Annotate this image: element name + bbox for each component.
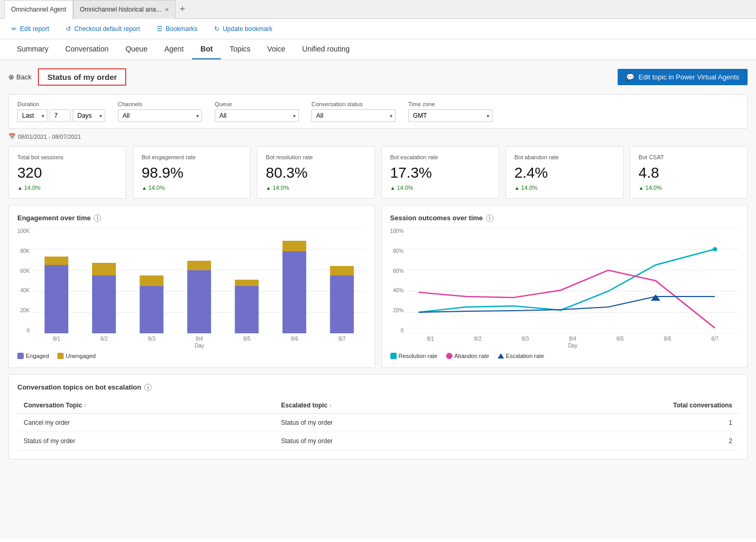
tab-add-button[interactable]: +: [176, 4, 190, 15]
session-outcomes-legend: Resolution rate Abandon rate Escalation …: [390, 353, 739, 359]
engagement-info-icon[interactable]: i: [94, 214, 101, 222]
bar-unengaged-2: [140, 275, 164, 286]
abandon-line: [419, 270, 715, 328]
queue-label: Queue: [215, 101, 299, 107]
duration-unit-select[interactable]: Days: [73, 109, 105, 122]
conv-status-select[interactable]: All: [311, 109, 396, 122]
sort-topic-icon[interactable]: ↑: [84, 403, 86, 408]
table-header: Conversation Topic ↑ Escalated topic ↑ T…: [17, 397, 739, 414]
queue-filter: Queue All: [215, 101, 299, 122]
header-row: ⊕ Back Status of my order 💬 Edit topic i…: [8, 68, 748, 86]
table-row: Cancel my order Status of my order 1: [17, 414, 739, 432]
kpi-csat: Bot CSAT 4.8 ▲ 14.0%: [630, 146, 748, 199]
col-escalated-topic: Escalated topic ↑: [275, 397, 493, 414]
kpi-change-0: ▲ 14.0%: [17, 185, 117, 191]
checkout-default-button[interactable]: ↺ Checkout default report: [63, 23, 143, 35]
duration-preset-select[interactable]: Last: [17, 109, 47, 122]
kpi-change-2: ▲ 14.0%: [266, 185, 366, 191]
col-total-conversations: Total conversations: [494, 397, 739, 414]
y-label-2: 60K: [21, 268, 30, 274]
conv-status-select-wrapper: All: [311, 109, 396, 122]
legend-abandon-color: [446, 353, 452, 359]
back-arrow-icon: ⊕: [8, 73, 14, 81]
row0-total: 1: [494, 414, 739, 432]
y-label-1: 80K: [21, 248, 30, 254]
duration-value-input[interactable]: [49, 109, 70, 122]
kpi-title-4: Bot abandon rate: [515, 154, 614, 160]
tab-voice[interactable]: Voice: [259, 39, 294, 59]
edit-report-button[interactable]: ✏ Edit report: [8, 23, 52, 35]
bar-unengaged-5: [283, 241, 306, 251]
engagement-chart-card: Engagement over time i 100K 80K 60K 40K …: [8, 205, 375, 368]
bar-engaged-1: [92, 275, 116, 333]
tab-topics[interactable]: Topics: [221, 39, 259, 59]
queue-select[interactable]: All: [215, 109, 299, 122]
back-button[interactable]: ⊕ Back: [8, 73, 32, 81]
session-outcomes-info-icon[interactable]: i: [486, 214, 493, 222]
legend-escalation-label: Escalation rate: [506, 353, 545, 359]
date-range: 📅 08/01/2021 - 08/07/2021: [8, 133, 748, 140]
legend-escalation: Escalation rate: [498, 353, 545, 359]
kpi-escalation-rate: Bot escalation rate 17.3% ▲ 14.0%: [381, 146, 499, 199]
browser-tabs: Omnichannel Agent Omnichannel historical…: [0, 0, 756, 19]
row1-escalated: Status of my order: [275, 432, 493, 451]
channels-select[interactable]: All: [118, 109, 202, 122]
duration-controls: Last Days: [17, 109, 105, 122]
edit-topic-button[interactable]: 💬 Edit topic in Power Virtual Agents: [618, 69, 748, 85]
back-label: Back: [16, 73, 32, 81]
tab-bot[interactable]: Bot: [192, 39, 221, 59]
nav-tabs: Summary Conversation Queue Agent Bot Top…: [0, 39, 756, 60]
timezone-filter: Time zone GMT: [408, 101, 492, 122]
table-info-icon[interactable]: i: [144, 384, 152, 391]
row1-topic: Status of my order: [17, 432, 275, 451]
duration-filter: Duration Last Days: [17, 101, 105, 122]
tab-omnichannel-historical[interactable]: Omnichannel historical ana... ✕: [73, 0, 176, 19]
tab-unified-routing[interactable]: Unified routing: [294, 39, 358, 59]
bookmarks-button[interactable]: ☰ Bookmarks: [154, 23, 200, 35]
tab-close-icon[interactable]: ✕: [165, 7, 169, 13]
kpi-change-4: ▲ 14.0%: [515, 185, 614, 191]
legend-abandon: Abandon rate: [446, 353, 489, 359]
engagement-chart-title: Engagement over time i: [17, 214, 366, 222]
session-outcomes-chart-svg: [407, 228, 739, 333]
kpi-value-2: 80.3%: [266, 165, 366, 181]
queue-select-wrapper: All: [215, 109, 299, 122]
session-outcomes-chart-title: Session outcomes over time i: [390, 214, 739, 222]
update-icon: ↻: [214, 25, 219, 33]
kpi-title-2: Bot resolution rate: [266, 154, 366, 160]
tab-conversation[interactable]: Conversation: [57, 39, 117, 59]
tab-summary[interactable]: Summary: [8, 39, 57, 59]
bar-engaged-0: [45, 265, 68, 333]
kpi-resolution-rate: Bot resolution rate 80.3% ▲ 14.0%: [257, 146, 375, 199]
so-y-label-4: 20%: [393, 308, 404, 313]
resolution-line: [419, 249, 715, 312]
sort-escalated-icon[interactable]: ↑: [329, 403, 332, 408]
timezone-select[interactable]: GMT: [408, 109, 492, 122]
legend-engaged: Engaged: [17, 353, 49, 359]
header-left: ⊕ Back Status of my order: [8, 68, 126, 86]
tab-queue[interactable]: Queue: [117, 39, 156, 59]
update-bookmark-button[interactable]: ↻ Update bookmark: [211, 23, 276, 35]
kpi-value-1: 98.9%: [142, 165, 241, 181]
tab-omnichannel-agent[interactable]: Omnichannel Agent: [4, 0, 73, 19]
kpi-row: Total bot sessions 320 ▲ 14.0% Bot engag…: [8, 146, 748, 199]
bar-engaged-4: [235, 286, 259, 333]
so-y-label-3: 40%: [393, 288, 404, 293]
table-body: Cancel my order Status of my order 1 Sta…: [17, 414, 739, 451]
so-x-axis-labels: 8/18/28/38/48/58/68/7: [407, 336, 739, 342]
duration-preset-wrapper: Last: [17, 109, 47, 122]
bar-engaged-6: [330, 275, 354, 333]
tab-agent[interactable]: Agent: [156, 39, 192, 59]
bar-unengaged-1: [92, 263, 116, 275]
kpi-engagement-rate: Bot engagement rate 98.9% ▲ 14.0%: [133, 146, 250, 199]
session-outcomes-chart-card: Session outcomes over time i 100% 80% 60…: [381, 205, 748, 368]
bar-engaged-3: [187, 270, 211, 333]
legend-unengaged-color: [57, 353, 64, 359]
bar-unengaged-6: [330, 266, 354, 275]
kpi-total-bot-sessions: Total bot sessions 320 ▲ 14.0%: [8, 146, 126, 199]
tab-label-inactive: Omnichannel historical ana...: [80, 6, 162, 13]
duration-label: Duration: [17, 101, 105, 107]
kpi-change-3: ▲ 14.0%: [390, 185, 490, 191]
legend-abandon-label: Abandon rate: [455, 353, 489, 359]
timezone-select-wrapper: GMT: [408, 109, 492, 122]
